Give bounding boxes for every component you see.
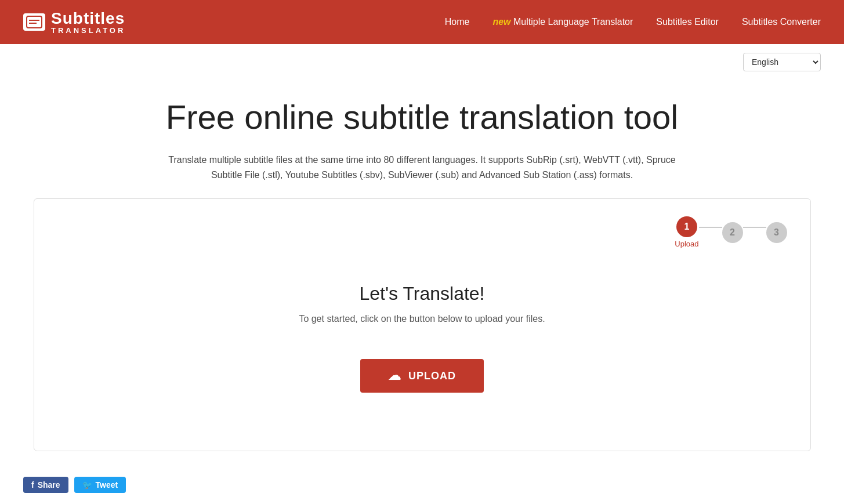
page-title: Free online subtitle translation tool: [166, 97, 678, 136]
svg-rect-0: [27, 16, 42, 28]
step-3-wrapper: 3: [766, 222, 787, 243]
nav-multiple-language-translator[interactable]: new Multiple Language Translator: [492, 17, 633, 27]
facebook-icon: f: [31, 480, 34, 490]
nav-subtitles-converter[interactable]: Subtitles Converter: [742, 17, 821, 27]
language-select[interactable]: English Spanish French German Italian Po…: [743, 53, 821, 71]
upload-box: 1 Upload 2 3 Let's Translate! To get sta…: [34, 198, 811, 451]
upload-subtitle: To get started, click on the button belo…: [299, 314, 545, 324]
step-2-wrapper: 2: [722, 222, 743, 243]
logo-text: Subtitles TRANSLATOR: [51, 10, 125, 34]
step-1-label: Upload: [675, 240, 698, 248]
page-description: Translate multiple subtitle files at the…: [161, 153, 683, 182]
step-indicator: 1 Upload 2 3: [57, 216, 787, 248]
facebook-share-button[interactable]: f Share: [23, 477, 68, 493]
twitter-icon: 🐦: [82, 480, 92, 490]
step-connector-2-3: [743, 227, 766, 228]
social-bar: f Share 🐦 Tweet: [0, 469, 844, 501]
main-nav: Home new Multiple Language Translator Su…: [445, 17, 821, 27]
logo[interactable]: Subtitles TRANSLATOR: [23, 10, 125, 34]
logo-subtitles-text: Subtitles: [51, 10, 125, 27]
nav-subtitles-editor[interactable]: Subtitles Editor: [656, 17, 719, 27]
step-connector-1-2: [699, 227, 722, 228]
header: Subtitles TRANSLATOR Home new Multiple L…: [0, 0, 844, 44]
tweet-label: Tweet: [96, 480, 118, 490]
nav-home[interactable]: Home: [445, 17, 470, 27]
step-1-wrapper: 1 Upload: [675, 216, 698, 248]
share-label: Share: [38, 480, 60, 490]
upload-title: Let's Translate!: [360, 283, 485, 304]
cloud-upload-icon: ☁: [388, 368, 401, 383]
step-2-circle: 2: [722, 222, 743, 243]
twitter-tweet-button[interactable]: 🐦 Tweet: [74, 477, 126, 493]
upload-button[interactable]: ☁ UPLOAD: [360, 359, 484, 393]
new-badge: new: [492, 17, 510, 27]
logo-icon: [23, 13, 45, 31]
logo-translator-text: TRANSLATOR: [51, 27, 125, 34]
step-1-circle: 1: [676, 216, 697, 237]
step-3-circle: 3: [766, 222, 787, 243]
language-bar: English Spanish French German Italian Po…: [0, 44, 844, 74]
multiple-language-translator-label: Multiple Language Translator: [513, 17, 633, 27]
main-content: Free online subtitle translation tool Tr…: [0, 74, 844, 469]
upload-content: Let's Translate! To get started, click o…: [57, 266, 787, 427]
upload-button-label: UPLOAD: [408, 370, 456, 382]
